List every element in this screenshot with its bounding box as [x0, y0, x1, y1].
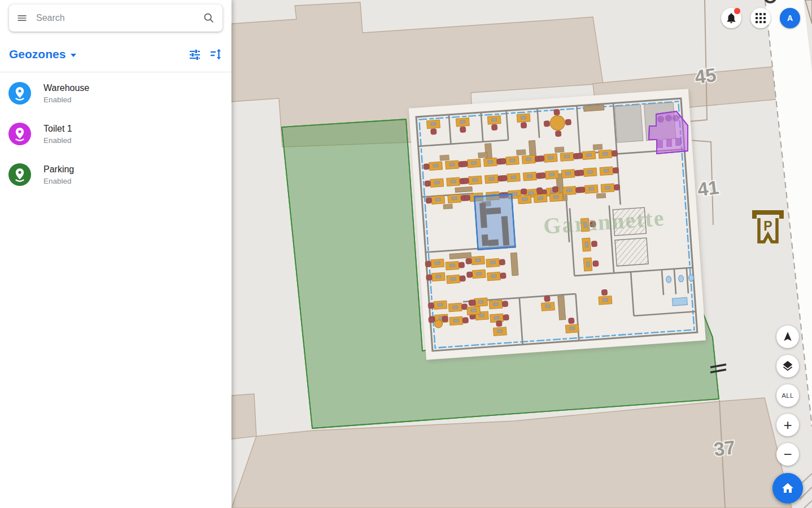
minus-icon: −	[783, 447, 792, 462]
search-bar	[9, 5, 222, 32]
list-header: Geozones	[9, 44, 222, 64]
map-canvas[interactable]: Garannette 45 41 37	[232, 0, 812, 508]
avatar-letter: A	[787, 14, 793, 23]
parcel-number-45: 45	[693, 64, 717, 88]
geozone-warehouse-polygon[interactable]	[474, 194, 515, 250]
zoom-in-button[interactable]: +	[776, 414, 799, 436]
geozone-name: Warehouse	[43, 83, 89, 93]
apps-grid-icon	[756, 13, 766, 23]
account-avatar[interactable]: A	[780, 8, 800, 28]
zoom-out-button[interactable]: −	[776, 443, 799, 466]
search-button[interactable]	[203, 12, 215, 24]
menu-button[interactable]	[16, 12, 28, 24]
tune-icon	[188, 47, 202, 61]
hamburger-icon	[16, 12, 28, 24]
sort-icon	[209, 47, 222, 61]
geozone-name: Parking	[43, 164, 74, 175]
geozone-status: Enabled	[43, 95, 89, 104]
parcel-number-41: 41	[696, 176, 720, 200]
search-icon	[203, 12, 215, 24]
parcel-number-37: 37	[713, 436, 736, 460]
geozone-pin-icon	[8, 82, 31, 105]
list-item-parking[interactable]: Parking Enabled	[0, 154, 232, 195]
geozone-pin-icon	[8, 123, 31, 145]
all-label: ALL	[782, 392, 794, 399]
notifications-button[interactable]	[721, 8, 741, 28]
plus-icon: +	[783, 418, 792, 432]
layers-button[interactable]	[776, 355, 799, 377]
list-item-warehouse[interactable]: Warehouse Enabled	[0, 73, 232, 114]
page-title: Geozones	[9, 47, 66, 61]
notification-badge	[734, 8, 740, 14]
filter-button[interactable]	[188, 47, 202, 61]
sidebar: Geozones	[0, 0, 232, 508]
geozone-status: Enabled	[43, 136, 72, 145]
navigation-arrow-icon	[782, 331, 794, 343]
compass-button[interactable]	[776, 325, 799, 348]
geozone-status: Enabled	[43, 177, 74, 185]
geozone-name: Toilet 1	[43, 124, 72, 134]
home-icon	[781, 481, 794, 495]
search-input[interactable]	[35, 12, 195, 24]
divider	[0, 72, 232, 72]
show-all-button[interactable]: ALL	[776, 384, 799, 407]
apps-button[interactable]	[750, 8, 771, 28]
sort-button[interactable]	[209, 47, 222, 61]
chevron-down-icon	[71, 54, 76, 57]
svg-text:P: P	[763, 219, 772, 233]
list-item-toilet-1[interactable]: Toilet 1 Enabled	[0, 114, 232, 154]
app-window: Garannette 45 41 37	[0, 0, 812, 508]
home-button[interactable]	[772, 473, 803, 503]
map-area: Garannette 45 41 37	[232, 0, 812, 508]
layers-icon	[782, 360, 794, 372]
geozone-pin-icon	[8, 163, 31, 186]
geozones-dropdown[interactable]: Geozones	[9, 47, 76, 61]
